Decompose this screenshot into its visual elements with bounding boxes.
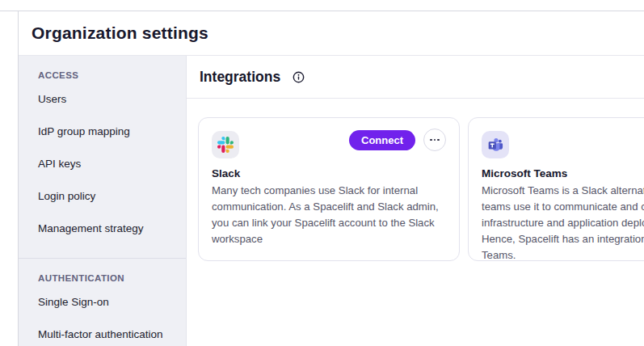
page-title: Organization settings [32,23,208,43]
integrations-header: Integrations [187,56,644,99]
integrations-cards: Connect Slack Many tech companies use Sl… [198,117,644,261]
info-icon[interactable] [293,71,305,83]
sidebar-item-single-sign-on[interactable]: Single Sign-on [19,286,186,319]
sidebar-item-users[interactable]: Users [19,83,186,116]
card-title-microsoft-teams: Microsoft Teams [482,167,644,179]
sidebar-item-api-keys[interactable]: API keys [19,148,186,180]
card-title-slack: Slack [212,167,446,179]
page: Organization settings ACCESS Users IdP g… [0,0,644,346]
ellipsis-icon [430,139,432,141]
organization-settings-window: Organization settings ACCESS Users IdP g… [18,11,644,346]
integration-card-microsoft-teams: Microsoft Teams Microsoft Teams is a Sla… [468,117,644,261]
connect-button[interactable]: Connect [349,130,415,150]
sidebar-item-multi-factor-authentication[interactable]: Multi-factor authentication [19,319,186,346]
sidebar-item-login-policy[interactable]: Login policy [19,180,186,213]
sidebar: ACCESS Users IdP group mapping API keys … [19,56,187,346]
sidebar-section-authentication: AUTHENTICATION [19,270,186,286]
card-menu-button[interactable] [423,129,446,151]
sidebar-section-access: ACCESS [19,67,186,83]
content-row: ACCESS Users IdP group mapping API keys … [19,56,644,346]
microsoft-teams-logo-icon [482,131,509,158]
card-description-microsoft-teams: Microsoft Teams is a Slack alternative. … [482,183,644,261]
sidebar-item-idp-group-mapping[interactable]: IdP group mapping [19,116,186,148]
integrations-title: Integrations [200,69,280,86]
page-header: Organization settings [19,11,644,56]
sidebar-divider [19,258,186,259]
integration-card-slack: Connect Slack Many tech companies use Sl… [198,117,460,261]
card-actions: Connect [349,129,446,151]
card-description-slack: Many tech companies use Slack for intern… [212,183,446,247]
slack-logo-icon [212,131,239,158]
card-top-row: Connect [212,131,446,158]
main-content: Integrations [187,56,644,346]
sidebar-item-management-strategy[interactable]: Management strategy [19,213,186,245]
card-top-row [482,131,644,158]
